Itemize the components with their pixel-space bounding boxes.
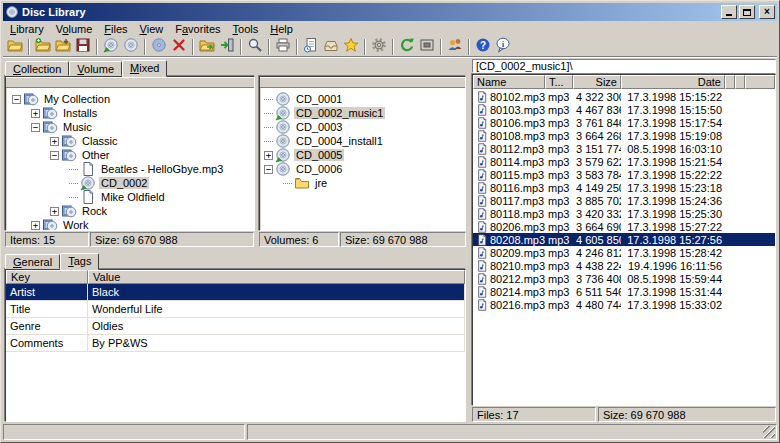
- file-row-80212-mp3[interactable]: 80212.mp3mp33 736 40808.5.1998 15:59:44: [473, 272, 775, 285]
- file-row-80103-mp3[interactable]: 80103.mp3mp34 467 83617.3.1998 15:15:50: [473, 103, 775, 116]
- tree-item-cd-0002-music1[interactable]: CD_0002_music1: [260, 106, 465, 120]
- file-name-cell: 80117.mp3: [473, 195, 545, 207]
- file-row-80108-mp3[interactable]: 80108.mp3mp33 664 26817.3.1998 15:19:08: [473, 129, 775, 142]
- tree-item-cd-0001[interactable]: CD_0001: [260, 92, 465, 106]
- minimize-button[interactable]: [721, 5, 737, 19]
- expand-icon[interactable]: +: [31, 221, 40, 230]
- tree-item-cd-0003[interactable]: CD_0003: [260, 120, 465, 134]
- file-row-80206-mp3[interactable]: 80206.mp3mp33 664 69017.3.1998 15:27:22: [473, 220, 775, 233]
- collapse-icon[interactable]: −: [264, 165, 273, 174]
- tree-item-installs[interactable]: +Installs: [6, 106, 254, 120]
- tag-row-title[interactable]: TitleWonderful Life: [6, 301, 465, 318]
- tab-general[interactable]: General: [5, 254, 60, 269]
- search-button[interactable]: [245, 37, 265, 57]
- file-row-80102-mp3[interactable]: 80102.mp3mp34 322 30017.3.1998 15:15:22: [473, 90, 775, 103]
- tag-row-genre[interactable]: GenreOldies: [6, 318, 465, 335]
- favorites-icon: [343, 37, 359, 56]
- tab-collection[interactable]: Collection: [5, 61, 69, 76]
- resize-grip[interactable]: [763, 426, 775, 438]
- report-button[interactable]: [301, 37, 321, 57]
- help-button[interactable]: ?: [473, 37, 493, 57]
- expand-icon[interactable]: +: [264, 151, 273, 160]
- expand-icon[interactable]: +: [31, 109, 40, 118]
- tree-item-cd-0005[interactable]: +CD_0005: [260, 148, 465, 162]
- maximize-button[interactable]: [739, 5, 755, 19]
- tree-item-music[interactable]: −Music: [6, 120, 254, 134]
- menu-tools[interactable]: Tools: [227, 22, 265, 36]
- new-volume-button[interactable]: [33, 37, 53, 57]
- file-row-80208-mp3[interactable]: 80208.mp3mp34 605 85017.3.1998 15:27:56: [473, 233, 775, 246]
- menu-favorites[interactable]: Favorites: [169, 22, 226, 36]
- save-button[interactable]: [73, 37, 93, 57]
- tree-item-work[interactable]: +Work: [6, 218, 254, 230]
- file-size: 3 664 268: [573, 130, 621, 142]
- file-row-80115-mp3[interactable]: 80115.mp3mp33 583 78417.3.1998 15:22:22: [473, 168, 775, 181]
- about-button[interactable]: i: [493, 37, 513, 57]
- file-row-80106-mp3[interactable]: 80106.mp3mp33 761 84617.3.1998 15:17:54: [473, 116, 775, 129]
- delete-button[interactable]: [169, 37, 189, 57]
- menu-volume[interactable]: Volume: [50, 22, 99, 36]
- rescan-disc-button[interactable]: [149, 37, 169, 57]
- menu-library[interactable]: Library: [4, 22, 50, 36]
- file-row-80214-mp3[interactable]: 80214.mp3mp36 511 54617.3.1998 15:31:44: [473, 285, 775, 298]
- favorites-button[interactable]: [341, 37, 361, 57]
- file-row-80210-mp3[interactable]: 80210.mp3mp34 438 22419.4.1996 16:11:56: [473, 259, 775, 272]
- file-type: mp3: [545, 104, 573, 116]
- file-row-80118-mp3[interactable]: 80118.mp3mp33 420 33217.3.1998 15:25:30: [473, 207, 775, 220]
- menu-files[interactable]: Files: [98, 22, 133, 36]
- disc-button[interactable]: [121, 37, 141, 57]
- open-volume-button[interactable]: [53, 37, 73, 57]
- menu-view[interactable]: View: [134, 22, 170, 36]
- snapshot-button[interactable]: [417, 37, 437, 57]
- tag-row-artist[interactable]: ArtistBlack: [6, 284, 465, 301]
- collapse-icon[interactable]: −: [31, 123, 40, 132]
- tree-item-jre[interactable]: jre: [260, 176, 465, 190]
- tree-item-mike-oldfield[interactable]: Mike Oldfield: [6, 190, 254, 204]
- tag-row-comments[interactable]: CommentsBy PP&WS: [6, 335, 465, 352]
- expand-icon[interactable]: +: [50, 207, 59, 216]
- extra-column-header-1[interactable]: [725, 75, 735, 89]
- tab-mixed[interactable]: Mixed: [122, 60, 167, 77]
- expand-icon[interactable]: +: [50, 137, 59, 146]
- menu-help[interactable]: Help: [264, 22, 299, 36]
- file-list-header: Name T... Size Date: [473, 75, 775, 89]
- value-column-header[interactable]: Value: [88, 270, 465, 284]
- add-disc-button[interactable]: [101, 37, 121, 57]
- type-column-header[interactable]: T...: [545, 75, 573, 89]
- tree-item-beatles-hellogbye-mp3[interactable]: Beatles - HelloGbye.mp3: [6, 162, 254, 176]
- export-button[interactable]: [197, 37, 217, 57]
- file-row-80209-mp3[interactable]: 80209.mp3mp34 246 81217.3.1998 15:28:42: [473, 246, 775, 259]
- tree-item-cd-0006[interactable]: −CD_0006: [260, 162, 465, 176]
- app-window: Disc Library × LibraryVolumeFilesViewFav…: [0, 0, 780, 443]
- open-library-button[interactable]: [5, 37, 25, 57]
- maximize-icon: [743, 9, 751, 16]
- collapse-icon[interactable]: −: [12, 95, 21, 104]
- tree-item-cd-0002[interactable]: CD_0002: [6, 176, 254, 190]
- extra-column-header-2[interactable]: [735, 75, 745, 89]
- tree-item-classic[interactable]: +Classic: [6, 134, 254, 148]
- settings-button[interactable]: [369, 37, 389, 57]
- file-row-80114-mp3[interactable]: 80114.mp3mp33 579 62217.3.1998 15:21:54: [473, 155, 775, 168]
- file-row-80112-mp3[interactable]: 80112.mp3mp33 151 77408.5.1998 16:03:10: [473, 142, 775, 155]
- file-row-80116-mp3[interactable]: 80116.mp3mp34 149 25017.3.1998 15:23:18: [473, 181, 775, 194]
- date-column-header[interactable]: Date: [621, 75, 725, 89]
- size-column-header[interactable]: Size: [573, 75, 621, 89]
- refresh-button[interactable]: [397, 37, 417, 57]
- tree-item-my-collection[interactable]: −My Collection: [6, 92, 254, 106]
- name-column-header[interactable]: Name: [473, 75, 545, 89]
- tray-button[interactable]: [321, 37, 341, 57]
- tree-item-cd-0004-install1[interactable]: CD_0004_install1: [260, 134, 465, 148]
- file-row-80117-mp3[interactable]: 80117.mp3mp33 885 70217.3.1998 15:24:36: [473, 194, 775, 207]
- tree-item-rock[interactable]: +Rock: [6, 204, 254, 218]
- file-browser: [CD_0002_music1]\ Name T... Size Date 80…: [472, 59, 777, 422]
- file-row-80216-mp3[interactable]: 80216.mp3mp34 480 74417.3.1998 15:33:02: [473, 298, 775, 311]
- import-button[interactable]: [217, 37, 237, 57]
- print-button[interactable]: [273, 37, 293, 57]
- collapse-icon[interactable]: −: [50, 151, 59, 160]
- tab-volume[interactable]: Volume: [69, 61, 122, 76]
- tab-tags[interactable]: Tags: [60, 253, 99, 270]
- tree-item-other[interactable]: −Other: [6, 148, 254, 162]
- close-button[interactable]: ×: [759, 5, 775, 19]
- key-column-header[interactable]: Key: [6, 270, 88, 284]
- users-button[interactable]: [445, 37, 465, 57]
